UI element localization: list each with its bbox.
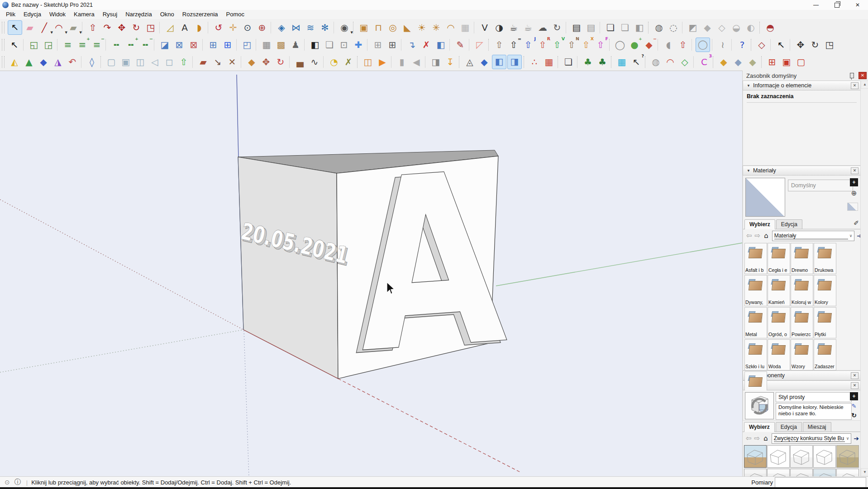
artisan-raise-icon[interactable]: ⇧	[676, 38, 690, 52]
wire-blob-icon[interactable]: ◍	[649, 55, 663, 69]
home-icon[interactable]: ⌂	[763, 434, 768, 442]
menu-item-rozszerzenia[interactable]: Rozszerzenia	[178, 10, 222, 19]
brush-move-icon[interactable]: ✥	[259, 55, 273, 69]
select-3-icon[interactable]: ↖	[774, 38, 788, 52]
material-folder[interactable]: Powierzc	[791, 307, 813, 338]
sample-paint-icon[interactable]: ⊕	[850, 189, 858, 197]
physics-cube-icon[interactable]: ◆	[477, 55, 491, 69]
zoom-icon[interactable]: ⊙	[241, 21, 254, 34]
material-folder[interactable]: Drewno	[791, 243, 813, 274]
joint-pushpull-orange-icon[interactable]: ⇧X	[579, 38, 593, 52]
material-folder[interactable]: Koloruj w	[791, 275, 813, 306]
frame-red-3-icon[interactable]: ▢	[794, 55, 808, 69]
glass-shard-icon[interactable]: ◁	[148, 55, 162, 69]
measurements-input[interactable]	[775, 477, 866, 488]
menu-item-okno[interactable]: Okno	[156, 10, 178, 19]
vray-light-sphere-icon[interactable]: ◎	[386, 21, 400, 34]
edge-dashes-minus-icon[interactable]: ╍−	[138, 38, 152, 52]
physics-compass-icon[interactable]: ◬	[463, 55, 477, 69]
material-folder[interactable]: Cegła i e	[768, 243, 790, 274]
material-folder[interactable]: Woda	[768, 339, 790, 370]
grid-corner-blue-icon[interactable]: ◰	[240, 38, 254, 52]
account-icon[interactable]: ◉▼	[338, 21, 351, 34]
play-orange-icon[interactable]: ▶	[376, 55, 389, 69]
brush-rotate-icon[interactable]: ↻	[274, 55, 287, 69]
eraser-icon[interactable]: ▰	[23, 21, 37, 34]
create-material-button[interactable]: +	[850, 178, 858, 186]
delete-red-icon[interactable]: ✗	[420, 38, 433, 52]
undo-red-icon[interactable]: ↶	[66, 55, 79, 69]
style-thumb-3[interactable]	[790, 445, 813, 468]
crystal-green-icon[interactable]: ⇧	[177, 55, 191, 69]
menu-item-narzdzia[interactable]: Narzędzia	[121, 10, 156, 19]
frame-red-2-icon[interactable]: ▣	[780, 55, 793, 69]
cube-steel-icon[interactable]: ◆	[731, 55, 745, 69]
styles-collection-dropdown[interactable]: Zwycięzcy konkursu Style Bu ∨	[772, 433, 852, 444]
extruded-letter[interactable]: A A	[340, 122, 512, 408]
vray-sphere-checker-icon[interactable]: ◒	[730, 21, 743, 34]
scroll-up-icon[interactable]: ▲	[861, 81, 868, 89]
vray-light-rect-icon[interactable]: ▣	[357, 21, 371, 34]
edge-lines-plus-icon[interactable]: ≡+	[76, 38, 89, 52]
vray-batch-render-icon[interactable]: ❏	[604, 21, 617, 34]
cell-solid-icon[interactable]: ⊞	[386, 38, 399, 52]
plus-grid-blue-icon[interactable]: ✚	[352, 38, 365, 52]
zoom-extents-icon[interactable]: ⊕	[255, 21, 269, 34]
move-icon[interactable]: ✥	[115, 21, 129, 34]
tab-mieszaj-styles[interactable]: Mieszaj	[803, 422, 831, 432]
orbit-icon[interactable]: ↺	[212, 21, 225, 34]
pin-icon[interactable]	[850, 73, 854, 78]
edit-style-icon[interactable]: ✎	[850, 402, 858, 410]
brush-pen-icon[interactable]: ∿	[308, 55, 321, 69]
material-folder[interactable]: Kamień	[768, 275, 790, 306]
particles-red-icon[interactable]: ∴	[528, 55, 541, 69]
glass-cube-2-icon[interactable]: ▣	[119, 55, 133, 69]
skip-back-icon[interactable]: ◀	[410, 55, 423, 69]
style-name-field[interactable]	[776, 392, 852, 402]
create-style-button[interactable]: +	[850, 392, 858, 400]
wire-green-icon[interactable]: ◇	[678, 55, 692, 69]
toolbar-grip[interactable]	[2, 39, 5, 51]
paint-bucket-icon[interactable]: ◗	[192, 21, 206, 34]
material-folder[interactable]: Drukowa	[814, 243, 836, 274]
solid-tools-1-icon[interactable]: ◈	[275, 21, 288, 34]
joint-pushpull-red-icon[interactable]: ⇧R	[536, 38, 549, 52]
grid-diag-blue-icon[interactable]: ◪	[158, 38, 172, 52]
menu-item-pomoc[interactable]: Pomoc	[222, 10, 248, 19]
style-description[interactable]: Domyślne kolory. Niebieskie niebo i szar…	[776, 403, 852, 420]
menu-item-rysuj[interactable]: Rysuj	[99, 10, 122, 19]
close-button[interactable]: ✕	[847, 0, 868, 10]
rectangle-icon[interactable]: ▰▼	[67, 21, 80, 34]
entity-info-close-button[interactable]: ✕	[851, 82, 858, 89]
settings-blue-icon[interactable]: ✻	[318, 21, 332, 34]
subd-add-green-icon[interactable]: ●+	[628, 38, 641, 52]
vray-frame-buffer-icon[interactable]: ▤	[570, 21, 583, 34]
grid-quad-blue-2-icon[interactable]: ⊞	[221, 38, 234, 52]
vray-light-dome-icon[interactable]: ◠	[444, 21, 458, 34]
brush-cross-icon[interactable]: ✕	[225, 55, 239, 69]
vray-light-omni-icon[interactable]: ✳	[429, 21, 443, 34]
back-arrow-icon[interactable]: ⇦	[746, 232, 752, 240]
app-window-icon[interactable]: ❏	[562, 55, 575, 69]
edge-dashes-icon[interactable]: ╍	[110, 38, 123, 52]
forward-arrow-icon[interactable]: ⇨	[754, 434, 760, 442]
material-folder[interactable]: Szkło i lu	[744, 339, 767, 370]
tape-measure-icon[interactable]: ◿	[163, 21, 177, 34]
home-icon[interactable]: ⌂	[764, 232, 768, 240]
joint-pushpull-green-icon[interactable]: ⇧V	[550, 38, 564, 52]
drape-sand-icon[interactable]: ▩	[274, 38, 288, 52]
material-folder[interactable]: Asfalt i b	[744, 243, 767, 274]
arc-icon[interactable]: ◠▼	[52, 21, 66, 34]
edge-dashes-plus-icon[interactable]: ╍+	[124, 38, 138, 52]
physics-play-2-icon[interactable]: ◨	[507, 55, 522, 69]
pin-orange-icon[interactable]: ↧	[444, 55, 457, 69]
tray-close-button[interactable]: ✕	[858, 72, 867, 79]
cube-gold-icon[interactable]: ◆	[717, 55, 730, 69]
style-thumb-4[interactable]	[813, 445, 836, 468]
menu-item-plik[interactable]: Plik	[2, 10, 19, 19]
vray-lock-icon[interactable]: ◧	[633, 21, 646, 34]
tab-edycja[interactable]: Edycja	[776, 219, 802, 229]
style-thumb-5[interactable]	[836, 445, 859, 468]
paste-swatch-icon[interactable]: ⊡	[337, 38, 351, 52]
tree-2-icon[interactable]: ♣	[596, 55, 609, 69]
